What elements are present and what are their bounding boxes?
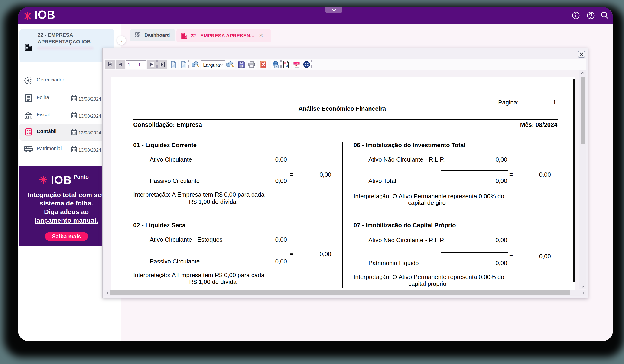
svg-text:PDF: PDF — [295, 62, 298, 64]
